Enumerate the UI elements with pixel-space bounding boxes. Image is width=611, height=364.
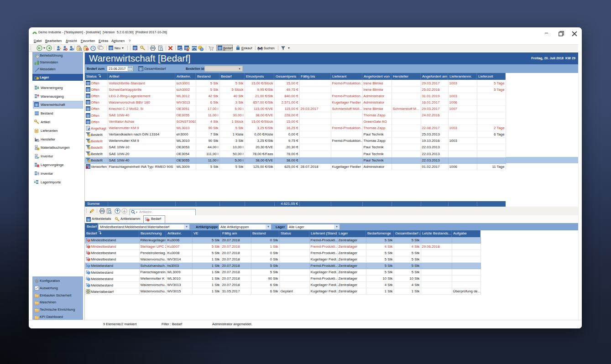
svg-text:!: ! — [88, 252, 89, 255]
svg-text:!: ! — [88, 245, 89, 249]
svg-text:!: ! — [88, 239, 89, 242]
svg-text:i: i — [88, 284, 89, 287]
svg-text:i: i — [88, 265, 89, 268]
svg-text:i: i — [88, 277, 89, 281]
svg-text:i: i — [88, 271, 89, 274]
svg-text:!: ! — [88, 258, 89, 261]
svg-text:!: ! — [147, 218, 148, 221]
